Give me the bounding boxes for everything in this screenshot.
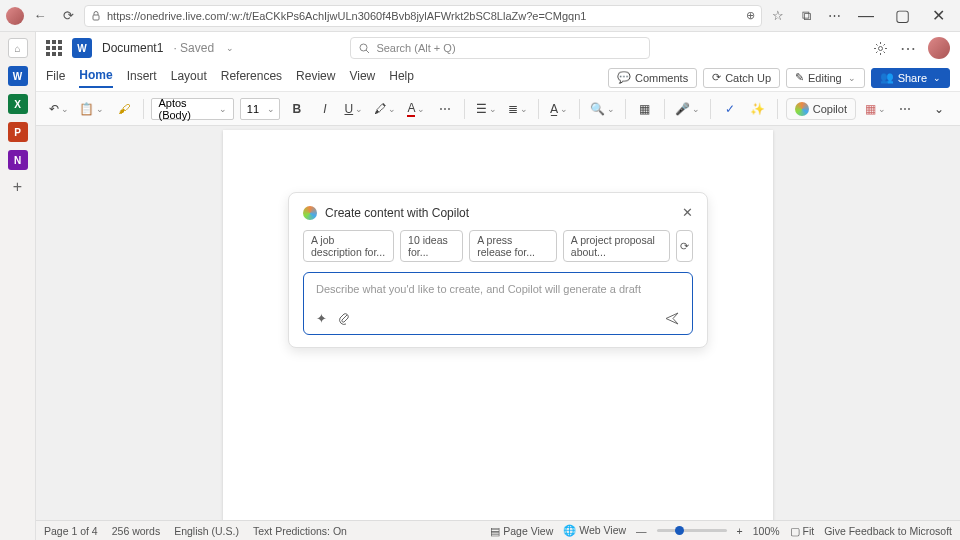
- send-button[interactable]: [665, 311, 680, 326]
- svg-point-1: [360, 44, 367, 51]
- copilot-icon: [795, 102, 809, 116]
- page-view-button[interactable]: ▤ Page View: [490, 525, 553, 537]
- back-button[interactable]: ←: [28, 4, 52, 28]
- suggestion-chip[interactable]: A press release for...: [469, 230, 557, 262]
- rail-add-icon[interactable]: +: [13, 178, 22, 196]
- fit-button[interactable]: ▢ Fit: [790, 525, 815, 537]
- word-count[interactable]: 256 words: [112, 525, 160, 537]
- profile-avatar-icon[interactable]: [6, 7, 24, 25]
- settings-icon[interactable]: [873, 41, 888, 56]
- copilot-prompt-input[interactable]: Describe what you'd like to create, and …: [303, 272, 693, 335]
- suggestion-chip[interactable]: A job description for...: [303, 230, 394, 262]
- collections-icon[interactable]: ⧉: [794, 4, 818, 28]
- maximize-button[interactable]: ▢: [886, 2, 918, 30]
- url-input[interactable]: [107, 10, 740, 22]
- tab-home[interactable]: Home: [79, 68, 112, 88]
- address-bar[interactable]: ⊕: [84, 5, 762, 27]
- font-selector[interactable]: Aptos (Body)⌄: [151, 98, 233, 120]
- find-button[interactable]: 🔍⌄: [587, 98, 616, 120]
- underline-button[interactable]: U⌄: [342, 98, 366, 120]
- svg-point-3: [878, 46, 882, 50]
- app-launcher-icon[interactable]: [46, 40, 62, 56]
- copilot-ribbon-button[interactable]: Copilot: [786, 98, 856, 120]
- search-placeholder: Search (Alt + Q): [376, 42, 455, 54]
- tab-help[interactable]: Help: [389, 69, 414, 87]
- status-bar: Page 1 of 4 256 words English (U.S.) Tex…: [36, 520, 960, 540]
- title-row: W Document1 · Saved ⌄ Search (Alt + Q) ⋯: [36, 32, 960, 64]
- suggestion-chip[interactable]: 10 ideas for...: [400, 230, 463, 262]
- sparkle-icon[interactable]: ✦: [316, 311, 327, 326]
- copilot-draft-card: Create content with Copilot ✕ A job desc…: [288, 192, 708, 348]
- font-color-button[interactable]: A⌄: [405, 98, 428, 120]
- title-chevron-icon[interactable]: ⌄: [226, 43, 234, 53]
- undo-button[interactable]: ↶⌄: [46, 98, 71, 120]
- highlight-button[interactable]: 🖍⌄: [372, 98, 399, 120]
- more-ribbon-button[interactable]: ⋯: [894, 98, 916, 120]
- suggestion-chip[interactable]: A project proposal about...: [563, 230, 670, 262]
- zoom-level[interactable]: 100%: [753, 525, 780, 537]
- zoom-out-button[interactable]: —: [636, 525, 647, 537]
- favorites-icon[interactable]: ☆: [766, 4, 790, 28]
- tab-insert[interactable]: Insert: [127, 69, 157, 87]
- rail-word-icon[interactable]: W: [8, 66, 28, 86]
- svg-line-2: [366, 50, 369, 53]
- ribbon: ↶⌄ 📋⌄ 🖌 Aptos (Body)⌄ 11⌄ B I U⌄ 🖍⌄ A⌄ ⋯…: [36, 92, 960, 126]
- document-title[interactable]: Document1: [102, 41, 163, 55]
- predictions-status[interactable]: Text Predictions: On: [253, 525, 347, 537]
- collapse-ribbon-button[interactable]: ⌄: [928, 98, 950, 120]
- font-size-selector[interactable]: 11⌄: [240, 98, 280, 120]
- close-button[interactable]: ✕: [682, 205, 693, 220]
- feedback-link[interactable]: Give Feedback to Microsoft: [824, 525, 952, 537]
- share-button[interactable]: 👥Share⌄: [871, 68, 950, 88]
- tab-references[interactable]: References: [221, 69, 282, 87]
- document-canvas: Create content with Copilot ✕ A job desc…: [36, 126, 960, 520]
- tab-file[interactable]: File: [46, 69, 65, 87]
- read-aloud-icon[interactable]: ⊕: [746, 9, 755, 22]
- rail-onenote-icon[interactable]: N: [8, 150, 28, 170]
- paste-button[interactable]: 📋⌄: [77, 98, 106, 120]
- catchup-button[interactable]: ⟳Catch Up: [703, 68, 780, 88]
- zoom-slider[interactable]: [657, 529, 727, 532]
- app-rail: ⌂ W X P N +: [0, 32, 36, 540]
- editor-button[interactable]: ✓: [719, 98, 741, 120]
- refresh-button[interactable]: ⟳: [56, 4, 80, 28]
- insert-button[interactable]: ▦: [634, 98, 656, 120]
- web-view-button[interactable]: 🌐 Web View: [563, 524, 626, 537]
- bold-button[interactable]: B: [286, 98, 308, 120]
- more-font-button[interactable]: ⋯: [434, 98, 456, 120]
- italic-button[interactable]: I: [314, 98, 336, 120]
- refresh-suggestions-button[interactable]: ⟳: [676, 230, 693, 262]
- lock-icon: [91, 11, 101, 21]
- rail-home-icon[interactable]: ⌂: [8, 38, 28, 58]
- browser-menu-icon[interactable]: ⋯: [822, 4, 846, 28]
- editing-button[interactable]: ✎Editing⌄: [786, 68, 865, 88]
- document-page[interactable]: Create content with Copilot ✕ A job desc…: [223, 130, 773, 520]
- close-window-button[interactable]: ✕: [922, 2, 954, 30]
- rail-excel-icon[interactable]: X: [8, 94, 28, 114]
- tab-review[interactable]: Review: [296, 69, 335, 87]
- bullets-button[interactable]: ☰⌄: [473, 98, 499, 120]
- app-area: W Document1 · Saved ⌄ Search (Alt + Q) ⋯…: [36, 32, 960, 540]
- tab-view[interactable]: View: [349, 69, 375, 87]
- styles-button[interactable]: A̲⌄: [547, 98, 570, 120]
- copilot-icon: [303, 206, 317, 220]
- chevron-down-icon: ⌄: [848, 73, 856, 83]
- format-painter-button[interactable]: 🖌: [113, 98, 135, 120]
- minimize-button[interactable]: —: [850, 2, 882, 30]
- comments-icon: 💬: [617, 71, 631, 84]
- rail-powerpoint-icon[interactable]: P: [8, 122, 28, 142]
- tab-layout[interactable]: Layout: [171, 69, 207, 87]
- more-icon[interactable]: ⋯: [900, 39, 916, 58]
- language-status[interactable]: English (U.S.): [174, 525, 239, 537]
- dictate-button[interactable]: 🎤⌄: [673, 98, 702, 120]
- page-count[interactable]: Page 1 of 4: [44, 525, 98, 537]
- numbering-button[interactable]: ≣⌄: [505, 98, 530, 120]
- user-avatar-icon[interactable]: [928, 37, 950, 59]
- browser-titlebar: ← ⟳ ⊕ ☆ ⧉ ⋯ — ▢ ✕: [0, 0, 960, 32]
- zoom-in-button[interactable]: +: [737, 525, 743, 537]
- designer-button[interactable]: ✨: [747, 98, 769, 120]
- grid-button[interactable]: ▦⌄: [862, 98, 888, 120]
- attach-icon[interactable]: [337, 312, 350, 325]
- search-box[interactable]: Search (Alt + Q): [350, 37, 650, 59]
- comments-button[interactable]: 💬Comments: [608, 68, 697, 88]
